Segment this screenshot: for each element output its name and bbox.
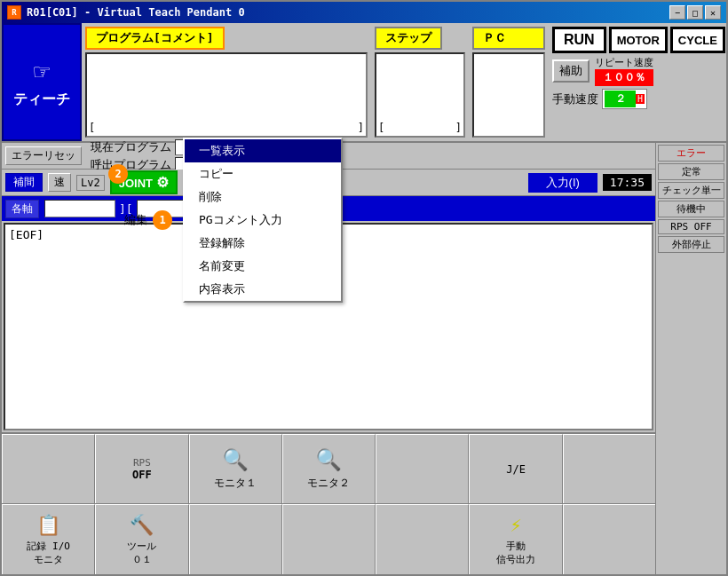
rps-off-button[interactable]: RPS OFF (95, 434, 188, 503)
program-input-box[interactable]: [ ] (85, 52, 368, 138)
menu-item-delete[interactable]: 削除 (185, 185, 341, 209)
step-bracket-close: ] (455, 122, 462, 134)
monitor2-icon: 🔍 (315, 447, 342, 472)
time-display: 17:35 (603, 174, 652, 191)
title-bar: R R01[C01] - Virtual Teach Pendant 0 − □… (2, 2, 726, 23)
bottom-btn2-empty3 (376, 504, 469, 574)
pc-area: ＰＣ (469, 23, 549, 141)
app-icon: R (7, 5, 21, 20)
lv2-badge: Lv2 (76, 175, 105, 191)
tool-icon: 🔨 (130, 514, 154, 536)
menu-item-copy[interactable]: コピー (185, 162, 341, 185)
edit-label-row: 編集 1 一覧表示 コピー 削除 PGコメント入力 登録解除 名前変更 内容表示… (124, 138, 343, 303)
signal-label2: 信号出力 (496, 553, 535, 566)
step-input-box[interactable]: [ ] (375, 52, 465, 138)
tool-button[interactable]: 🔨 ツール ０１ (95, 504, 188, 574)
edit-label: 編集 (124, 212, 147, 228)
step-area: ステップ [ ] (371, 23, 469, 141)
manual-speed-value: ２ (605, 91, 636, 107)
menu-item-pg-comment[interactable]: PGコメント入力 (185, 209, 341, 232)
speed-section: リピート速度 １００％ (595, 56, 653, 86)
motor-button[interactable]: MOTOR (609, 27, 668, 53)
bottom-btn-empty3 (563, 434, 655, 503)
hojo-button[interactable]: 補助 (552, 59, 590, 83)
run-button[interactable]: RUN (552, 27, 606, 53)
teach-button[interactable]: ☞ ティーチ (2, 23, 82, 141)
je-button[interactable]: J/E (469, 434, 562, 503)
monitor1-button[interactable]: 🔍 モニタ１ (189, 434, 282, 503)
sokudo-button[interactable]: 速 (48, 173, 71, 192)
top-section: ☞ ティーチ プログラム[コメント] [ ] ステップ [ (2, 23, 726, 143)
teach-label: ティーチ (13, 91, 70, 109)
content-inner: エラーリセッ 現在プログラム 呼出プログラム 補間 (2, 143, 726, 574)
kiroku-label2: モニタ (34, 553, 63, 566)
menu-item-unregister[interactable]: 登録解除 (185, 232, 341, 255)
bottom-toolbar: RPS OFF 🔍 モニタ１ 🔍 モニタ２ (2, 432, 655, 574)
monitor2-button[interactable]: 🔍 モニタ２ (282, 434, 376, 503)
bottom-btn2-empty4 (563, 504, 655, 574)
tool-label2: ０１ (132, 553, 152, 566)
manual-signal-button[interactable]: ⚡ 手動 信号出力 (469, 504, 562, 574)
repeat-speed-label: リピート速度 (595, 56, 653, 69)
rps-btn-content: RPS OFF (132, 457, 152, 481)
maximize-button[interactable]: □ (687, 5, 703, 20)
row4-input1[interactable] (44, 200, 115, 217)
hoken-button[interactable]: 補間 (5, 173, 43, 192)
bottom-row2: 📋 記録 I/O モニタ 🔨 ツール ０１ (2, 503, 655, 574)
badge-2: 2 (108, 164, 128, 184)
run-motor-cycle-row: RUN MOTOR CYCLE (552, 27, 723, 53)
close-button[interactable]: ✕ (705, 5, 721, 20)
repeat-speed-col: リピート速度 １００％ (595, 56, 653, 86)
cycle-button[interactable]: CYCLE (670, 27, 725, 53)
bottom-btn2-empty1 (189, 504, 282, 574)
monitor1-icon: 🔍 (222, 447, 249, 472)
right-status-col: エラー 定常 チェック単一 待機中 RPS OFF 外部停止 (655, 143, 726, 574)
app-body: ☞ ティーチ プログラム[コメント] [ ] ステップ [ (2, 23, 726, 574)
tool-label1: ツール (127, 540, 156, 553)
signal-label1: 手動 (506, 540, 526, 553)
signal-labels: 手動 信号出力 (496, 540, 535, 566)
badge-1: 1 (153, 210, 172, 230)
manual-speed-box: ２ H (602, 89, 647, 109)
app-window: R R01[C01] - Virtual Teach Pendant 0 − □… (0, 0, 728, 576)
tool-labels: ツール ０１ (127, 540, 156, 566)
error-reset-button[interactable]: エラーリセッ (5, 146, 82, 165)
bottom-btn-empty2 (376, 434, 469, 503)
status-normal: 定常 (658, 163, 724, 180)
kakujiku-button[interactable]: 各軸 (5, 200, 39, 218)
monitor1-label: モニタ１ (214, 476, 257, 491)
signal-icon: ⚡ (510, 514, 521, 536)
program-bracket-close: ] (358, 122, 364, 134)
program-bracket-open: [ (89, 122, 95, 134)
bottom-btn2-empty2 (282, 504, 376, 574)
je-label: J/E (506, 463, 526, 476)
step-bracket-open: [ (378, 122, 384, 134)
minimize-button[interactable]: − (669, 5, 685, 20)
menu-item-rename[interactable]: 名前変更 (185, 255, 341, 278)
step-label-row: ステップ (375, 27, 465, 50)
h-label: H (636, 94, 645, 104)
context-menu: 一覧表示 コピー 削除 PGコメント入力 登録解除 名前変更 内容表示 (183, 138, 343, 303)
edit-menu-area: 編集 1 一覧表示 コピー 削除 PGコメント入力 登録解除 名前変更 内容表示… (124, 138, 343, 305)
nyuryoku-button[interactable]: 入力(I) (528, 173, 597, 193)
status-stop: 外部停止 (658, 236, 724, 253)
menu-item-content[interactable]: 内容表示 (185, 278, 341, 301)
pc-input-box[interactable] (472, 52, 545, 138)
status-standby: 待機中 (658, 201, 724, 217)
window-title: R01[C01] - Virtual Teach Pendant 0 (27, 6, 245, 19)
kiroku-io-button[interactable]: 📋 記録 I/O モニタ (2, 504, 95, 574)
repeat-speed-value: １００％ (595, 69, 653, 86)
status-check: チェック単一 (658, 182, 724, 199)
bottom-row1: RPS OFF 🔍 モニタ１ 🔍 モニタ２ (2, 432, 655, 503)
manual-speed-label: 手動速度 (552, 91, 598, 107)
kiroku-labels: 記録 I/O モニタ (27, 540, 70, 566)
rps-top-label: RPS (133, 457, 151, 469)
pc-label: ＰＣ (472, 27, 545, 50)
title-controls: − □ ✕ (669, 5, 721, 20)
hand-icon: ☞ (34, 56, 50, 87)
title-bar-left: R R01[C01] - Virtual Teach Pendant 0 (7, 5, 245, 20)
hojo-speed-row: 補助 リピート速度 １００％ (552, 56, 723, 86)
status-rps-off: RPS OFF (658, 219, 724, 234)
status-error: エラー (658, 145, 724, 162)
menu-item-ichiran[interactable]: 一覧表示 (185, 139, 341, 162)
